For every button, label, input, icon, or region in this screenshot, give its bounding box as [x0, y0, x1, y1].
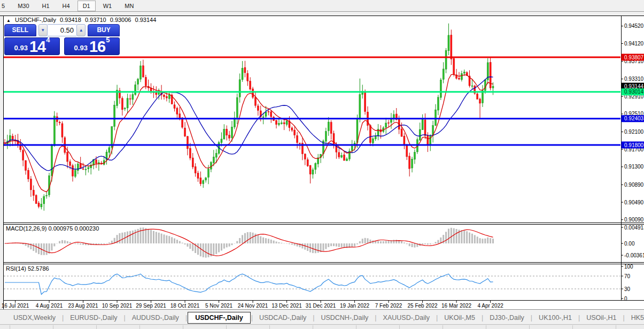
bid-price-point: 4: [46, 32, 50, 48]
date-axis-label: 31 Dec 2021: [306, 303, 336, 309]
status-bar-separator: [53, 325, 53, 329]
date-axis-label: 23 Aug 2021: [68, 303, 98, 309]
status-bar-separator: [313, 325, 313, 329]
svg-text:0.90490: 0.90490: [624, 200, 644, 205]
bid-price-pips: 14: [29, 40, 45, 53]
chart-tab-dj30[interactable]: DJ30-,Daily: [484, 312, 530, 323]
svg-text:30: 30: [624, 286, 631, 292]
one-click-trading-panel: SELL ▼ 0.50 ▲ BUY 0.93 14 4 0.93 16 5: [4, 24, 120, 55]
ohlc-close: 0.93144: [135, 17, 157, 23]
status-bar-separator: [486, 325, 486, 329]
volume-increase-button[interactable]: ▲: [76, 24, 86, 36]
date-axis-label: 24 Nov 2021: [238, 303, 268, 309]
timeframe-toolbar: 5M30H1H4D1W1MN: [0, 0, 644, 12]
chart-tab-usdx[interactable]: USDX,Weekly: [7, 312, 61, 323]
svg-text:0.90890: 0.90890: [624, 182, 644, 188]
ohlc-low: 0.93006: [110, 17, 131, 23]
chart-tab-eurusd[interactable]: EURUSD-,Daily: [64, 312, 123, 323]
timeframe-button-w1[interactable]: W1: [98, 1, 118, 11]
collapse-triangle-icon[interactable]: ▲: [6, 18, 11, 23]
timeframe-button-m30[interactable]: M30: [12, 1, 34, 11]
status-bar-separator: [96, 325, 97, 329]
ohlc-high: 0.93710: [85, 17, 106, 23]
status-bar-separator: [616, 325, 616, 329]
svg-text:0.92100: 0.92100: [624, 129, 644, 135]
svg-text:0.94520: 0.94520: [624, 23, 644, 29]
chart-tab-ukoil[interactable]: UKOil-,M5: [438, 312, 481, 323]
volume-input[interactable]: 0.50: [48, 24, 76, 36]
svg-text:-0.003617: -0.003617: [624, 253, 644, 258]
date-axis-label: 4 Aug 2021: [36, 303, 63, 309]
status-bar-separator: [139, 325, 140, 329]
timeframe-button-mn[interactable]: MN: [119, 1, 139, 11]
status-bar: [0, 324, 644, 329]
macd-label: MACD(12,26,9) 0.000975 0.000230: [6, 225, 99, 232]
svg-text:70: 70: [624, 273, 631, 279]
ask-price-pips: 16: [89, 40, 105, 53]
date-axis-label: 16 Mar 2022: [441, 303, 472, 309]
chart-tab-hk50[interactable]: HK50-,H1: [625, 312, 644, 323]
rsi-label: RSI(14) 52.5786: [6, 265, 49, 272]
timeframe-button-5[interactable]: 5: [0, 1, 10, 11]
date-axis-label: 5 Nov 2021: [205, 303, 233, 309]
date-axis-label: 4 Apr 2022: [477, 303, 503, 309]
svg-text:100: 100: [624, 264, 633, 270]
price-badge: 0.91800: [622, 142, 644, 149]
bid-price-prefix: 0.93: [14, 43, 28, 53]
status-bar-separator: [10, 325, 10, 329]
chart-tabs-bar: USDX,Weekly|EURUSD-,Daily|AUDUSD-,Daily|…: [0, 311, 644, 324]
timeframe-button-d1[interactable]: D1: [77, 1, 96, 11]
svg-text:0.93014: 0.93014: [624, 89, 644, 95]
svg-text:0.004913: 0.004913: [624, 225, 644, 231]
ask-price-point: 5: [106, 32, 110, 48]
date-axis-label: 18 Oct 2021: [170, 303, 200, 309]
svg-text:0.91800: 0.91800: [624, 142, 644, 148]
chart-ohlc-header: ▲ USDCHF-,Daily 0.93418 0.93710 0.93006 …: [6, 17, 158, 23]
price-badge: 0.93014: [622, 88, 644, 95]
status-bar-separator: [269, 325, 270, 329]
status-bar-separator: [443, 325, 443, 329]
ohlc-open: 0.93418: [60, 17, 81, 23]
chart-tab-usdcad[interactable]: USDCAD-,Daily: [253, 312, 312, 323]
price-chart-canvas[interactable]: 0.945200.941200.937100.933100.929100.925…: [0, 12, 644, 310]
ask-price-prefix: 0.93: [74, 43, 88, 53]
chart-tab-usoil[interactable]: USOil-,H1: [580, 312, 622, 323]
chart-tab-usdchf[interactable]: USDCHF-,Daily: [188, 312, 251, 324]
date-axis-label: 29 Sep 2021: [136, 303, 166, 309]
svg-text:0.94120: 0.94120: [624, 41, 644, 47]
mt4-window: 5M30H1H4D1W1MN 0.945200.941200.937100.93…: [0, 0, 644, 329]
status-bar-separator: [226, 325, 227, 329]
svg-text:0.93144: 0.93144: [624, 83, 644, 89]
chart-tab-xauusd[interactable]: XAUUSD-,Daily: [377, 312, 436, 323]
chart-symbol-title: USDCHF-,Daily: [15, 17, 56, 23]
svg-text:0.00: 0.00: [624, 241, 635, 247]
price-badge: 0.93807: [622, 54, 644, 61]
status-bar-separator: [399, 325, 400, 329]
svg-text:0.93807: 0.93807: [624, 55, 644, 60]
date-axis-label: 13 Dec 2021: [271, 303, 302, 309]
date-axis-label: 16 Jul 2021: [2, 303, 29, 309]
date-axis-label: 10 Sep 2021: [102, 303, 133, 309]
date-axis-label: 25 Feb 2022: [408, 303, 438, 309]
svg-text:0: 0: [624, 296, 627, 302]
status-bar-separator: [183, 325, 183, 329]
date-axis-label: 7 Feb 2022: [375, 303, 402, 309]
status-bar-separator: [572, 325, 573, 329]
timeframe-button-h1[interactable]: H1: [37, 1, 55, 11]
chart-tab-uk100[interactable]: UK100-,H1: [533, 312, 578, 323]
status-bar-separator: [529, 325, 530, 329]
ask-price-display[interactable]: 0.93 16 5: [64, 37, 120, 55]
buy-button[interactable]: BUY: [88, 24, 120, 36]
price-badge: 0.92403: [622, 115, 644, 122]
status-bar-separator: [356, 325, 356, 329]
svg-text:0.92403: 0.92403: [624, 116, 644, 121]
date-axis-label: 19 Jan 2022: [340, 303, 369, 309]
chart-tab-audusd[interactable]: AUDUSD-,Daily: [126, 312, 185, 323]
timeframe-button-h4[interactable]: H4: [57, 1, 75, 11]
svg-text:0.93310: 0.93310: [624, 76, 644, 82]
chart-tab-usdcnh[interactable]: USDCNH-,Daily: [315, 312, 374, 323]
svg-text:0.91300: 0.91300: [624, 164, 644, 170]
bid-price-display[interactable]: 0.93 14 4: [4, 37, 60, 55]
sell-button[interactable]: SELL: [4, 24, 36, 36]
svg-text:0.90090: 0.90090: [624, 217, 644, 223]
